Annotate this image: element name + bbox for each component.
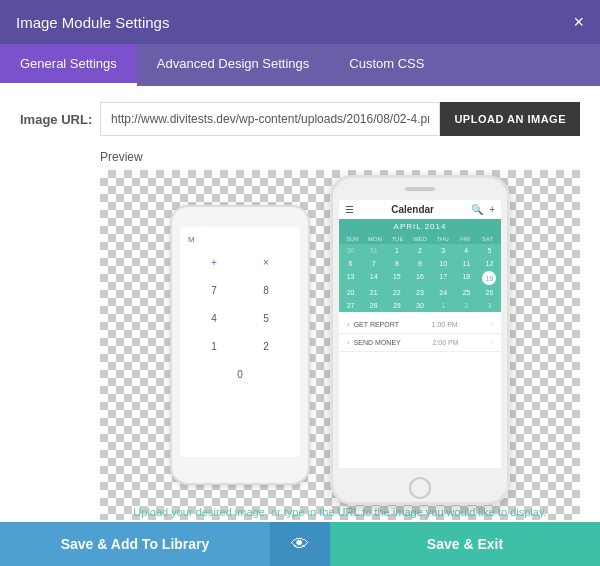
home-button [409,477,431,499]
preview-container: M + × 7 8 4 5 [100,170,580,520]
day-hdr-sun: SUN [341,236,364,242]
close-button[interactable]: × [573,13,584,31]
cal-cell: 15 [385,270,408,286]
cal-cell: 11 [455,257,478,270]
eye-icon: 👁 [291,534,309,555]
add-icon: + [489,204,495,215]
cal-cell: 7 [362,257,385,270]
cal-cell: 1 [432,299,455,312]
tab-custom-css[interactable]: Custom CSS [329,44,444,86]
cal-cell: 2 [455,299,478,312]
calc-key-8: 8 [254,280,278,300]
cal-cell: 8 [385,257,408,270]
cal-cell: 28 [362,299,385,312]
cal-cell: 30 [339,244,362,257]
event-name: SEND MONEY [354,339,401,346]
preview-label: Preview [100,150,580,164]
event-time: 2:00 PM [432,339,458,346]
hint-text: Upload your desired image, or type in th… [80,506,600,518]
event-send-money: › SEND MONEY 2:00 PM › [339,334,501,352]
phone-bottom [333,468,507,505]
calc-key-4: 4 [202,308,226,328]
preview-button[interactable]: 👁 [270,522,330,566]
calendar-title: Calendar [391,204,434,215]
upload-image-button[interactable]: UPLOAD AN IMAGE [440,102,580,136]
image-url-input[interactable] [100,102,440,136]
cal-cell: 27 [339,299,362,312]
cal-cell: 22 [385,286,408,299]
calc-key-7: 7 [202,280,226,300]
cal-cell: 3 [432,244,455,257]
event-dot: › [347,320,350,329]
cal-cell: 23 [408,286,431,299]
calc-key-multiply: × [254,252,278,272]
cal-cell: 4 [455,244,478,257]
phone-top [333,178,507,200]
calc-header: M [188,235,292,244]
day-hdr-mon: MON [364,236,387,242]
cal-cell: 29 [385,299,408,312]
search-icon: 🔍 [471,204,483,215]
modal-title: Image Module Settings [16,14,169,31]
save-add-to-library-button[interactable]: Save & Add To Library [0,522,270,566]
calc-key-5: 5 [254,308,278,328]
save-exit-button[interactable]: Save & Exit [330,522,600,566]
phone-speaker [405,187,435,191]
cal-cell: 17 [432,270,455,286]
event-arrow: › [490,338,493,347]
day-hdr-thu: THU [431,236,454,242]
day-hdr-fri: FRI [454,236,477,242]
nav-icons: 🔍 + [471,204,495,215]
cal-cell: 18 [455,270,478,286]
cal-cell: 26 [478,286,501,299]
phones-wrapper: M + × 7 8 4 5 [170,175,510,515]
phone-front: ☰ Calendar 🔍 + APRIL 2014 SUN MON TUE [330,175,510,505]
cal-cell: 1 [385,244,408,257]
tab-general[interactable]: General Settings [0,44,137,86]
phone-back: M + × 7 8 4 5 [170,205,310,485]
cal-cell: 12 [478,257,501,270]
cal-cell: 31 [362,244,385,257]
calc-key-2: 2 [254,336,278,356]
phone-screen: ☰ Calendar 🔍 + APRIL 2014 SUN MON TUE [339,200,501,468]
cal-cell: 16 [408,270,431,286]
tab-bar: General Settings Advanced Design Setting… [0,44,600,86]
cal-cell: 3 [478,299,501,312]
cal-cell: 21 [362,286,385,299]
calc-key-1: 1 [202,336,226,356]
cal-cell: 14 [362,270,385,286]
day-hdr-wed: WED [409,236,432,242]
event-time: 1:00 PM [432,321,458,328]
calc-key-0: 0 [228,364,252,384]
image-url-label: Image URL: [20,112,100,127]
cal-cell: 25 [455,286,478,299]
calendar-grid: 30 31 1 2 3 4 5 6 7 8 9 10 11 1 [339,244,501,312]
calculator-screen: M + × 7 8 4 5 [180,227,300,457]
calendar-events: › GET REPORT 1:00 PM › › SEND MONEY 2:0 [339,312,501,356]
cal-cell: 6 [339,257,362,270]
cal-cell: 24 [432,286,455,299]
day-hdr-sat: SAT [476,236,499,242]
event-name: GET REPORT [354,321,399,328]
cal-cell: 2 [408,244,431,257]
content-area: Image URL: UPLOAD AN IMAGE Preview M + ×… [0,86,600,522]
day-hdr-tue: TUE [386,236,409,242]
calendar-month-header: APRIL 2014 [339,219,501,234]
tab-advanced-design[interactable]: Advanced Design Settings [137,44,329,86]
event-get-report: › GET REPORT 1:00 PM › [339,316,501,334]
cal-cell: 10 [432,257,455,270]
calendar-days-header: SUN MON TUE WED THU FRI SAT [339,234,501,244]
cal-cell-today: 19 [482,271,496,285]
menu-icon: ☰ [345,204,354,215]
footer: Save & Add To Library 👁 Save & Exit [0,522,600,566]
cal-cell: 30 [408,299,431,312]
modal-header: Image Module Settings × [0,0,600,44]
calendar-nav: ☰ Calendar 🔍 + [339,200,501,219]
event-dot: › [347,338,350,347]
cal-cell: 13 [339,270,362,286]
calc-key-plus: + [202,252,226,272]
cal-cell: 20 [339,286,362,299]
event-arrow: › [490,320,493,329]
cal-cell: 5 [478,244,501,257]
image-url-row: Image URL: UPLOAD AN IMAGE [20,102,580,136]
